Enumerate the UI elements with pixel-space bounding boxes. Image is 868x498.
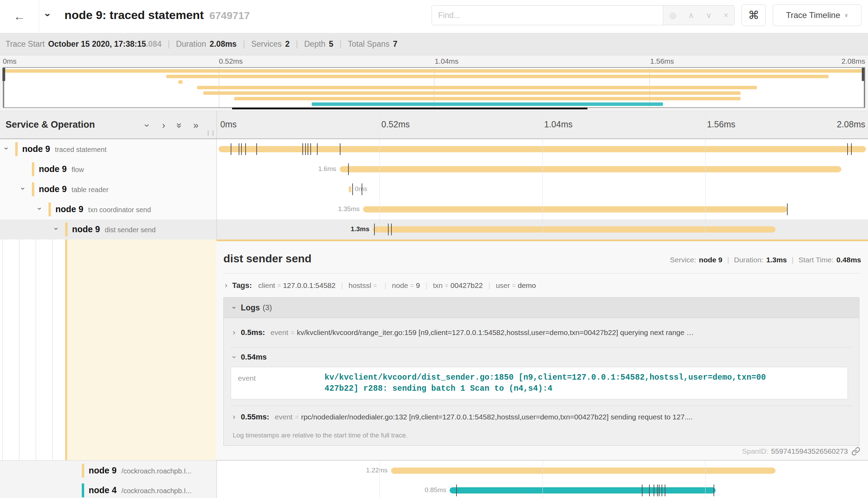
span-bar[interactable] [219, 146, 866, 152]
clear-search-icon[interactable]: × [724, 11, 728, 20]
log-marker-tick[interactable] [340, 143, 340, 155]
log-marker-tick[interactable] [239, 143, 239, 155]
trace-name: node 9: traced statement [64, 8, 204, 21]
axis-tick: 1.04ms [544, 119, 573, 129]
find-input[interactable] [432, 6, 663, 25]
view-selector-button[interactable]: Trace Timeline ∨ [773, 4, 861, 26]
log-marker-tick[interactable] [659, 485, 659, 496]
span-timeline-cell[interactable]: 0ms [216, 179, 868, 199]
equals: = [295, 414, 299, 421]
log-marker-tick[interactable] [317, 143, 318, 155]
span-name-cell[interactable]: node 4/cockroach.roachpb.I... [0, 480, 216, 498]
span-name-cell[interactable]: node 9flow [0, 159, 216, 179]
service-name: node 4 [89, 485, 117, 495]
minimap-span-bar [178, 80, 183, 84]
tags-toggle-row[interactable]: › Tags: client=127.0.0.1:54582 | hostssl… [225, 279, 536, 292]
span-bar[interactable] [340, 166, 841, 172]
span-timeline-cell[interactable] [216, 139, 868, 159]
viewport-left-scrubber[interactable] [3, 68, 4, 107]
log-marker-tick[interactable] [665, 485, 665, 496]
keyboard-shortcuts-button[interactable]: ⌘ [742, 4, 766, 26]
span-name-cell[interactable]: › node 9table reader [0, 179, 216, 199]
log-marker-tick[interactable] [352, 183, 353, 195]
log-marker-tick[interactable] [787, 203, 788, 215]
prev-result-icon[interactable]: ∧ [688, 11, 694, 20]
collapse-trace-header-icon[interactable]: › [42, 13, 54, 17]
expand-one-icon[interactable]: › [162, 120, 165, 131]
span-color-bar [82, 464, 84, 478]
collapse-children-icon[interactable]: › [18, 187, 27, 190]
span-bar[interactable] [349, 186, 352, 192]
span-color-bar [32, 182, 34, 196]
collapse-children-icon[interactable]: › [35, 207, 44, 210]
next-result-icon[interactable]: ∨ [706, 11, 712, 20]
span-bar[interactable] [450, 487, 715, 494]
span-timeline-cell[interactable]: 1.22ms [216, 461, 868, 481]
log-marker-tick[interactable] [374, 224, 375, 235]
scrubber-handle[interactable] [862, 68, 865, 81]
log-marker-tick[interactable] [310, 143, 311, 155]
log-marker-tick[interactable] [241, 143, 242, 155]
log-marker-tick[interactable] [362, 183, 362, 195]
span-bar[interactable] [373, 226, 775, 233]
log-marker-tick[interactable] [662, 485, 662, 496]
axis-tick: 2.08ms [837, 119, 865, 129]
log-marker-tick[interactable] [256, 143, 257, 155]
log-marker-tick[interactable] [308, 143, 308, 155]
service-name: node 9 [55, 204, 83, 214]
collapse-all-icon[interactable]: » [174, 123, 185, 128]
locate-icon[interactable]: ◎ [669, 11, 676, 20]
total-spans-value: 7 [393, 39, 398, 49]
log-entry-expanded-header[interactable]: › 0.54ms [230, 347, 853, 367]
log-timestamp: 0.54ms [241, 353, 267, 362]
logs-body: › 0.5ms: event = kv/kvclient/kvcoord/ran… [224, 318, 859, 445]
back-button[interactable]: ← [0, 0, 39, 33]
log-marker-tick[interactable] [847, 143, 848, 155]
log-marker-tick[interactable] [245, 143, 246, 155]
log-marker-tick[interactable] [302, 143, 303, 155]
span-bar[interactable] [363, 206, 787, 212]
timeline-scroll-indicator[interactable] [232, 108, 587, 109]
span-name-cell[interactable]: › node 9traced statement [0, 139, 216, 159]
log-marker-tick[interactable] [391, 224, 392, 235]
total-spans-label: Total Spans [348, 39, 389, 49]
log-marker-tick[interactable] [456, 485, 457, 496]
log-marker-tick[interactable] [642, 485, 643, 496]
service-name: node 9 [72, 224, 100, 234]
span-timeline-cell[interactable]: 1.6ms [216, 159, 868, 179]
span-timeline-cell[interactable]: 1.35ms [216, 199, 868, 219]
expand-all-icon[interactable]: » [193, 120, 198, 131]
log-marker-tick[interactable] [714, 485, 714, 496]
log-entry[interactable]: › 0.5ms: event = kv/kvclient/kvcoord/ran… [230, 318, 853, 347]
log-value: rpc/nodedialer/nodedialer.go:132 [n9,cli… [301, 413, 693, 421]
span-timeline-cell[interactable]: 0.85ms [216, 480, 868, 498]
log-marker-tick[interactable] [654, 485, 654, 496]
logs-header[interactable]: › Logs (3) [224, 298, 859, 318]
span-bar[interactable] [391, 468, 776, 474]
collapse-one-icon[interactable]: › [142, 124, 152, 127]
log-key: event [271, 328, 288, 337]
span-name-cell[interactable]: node 9/cockroach.roachpb.I... [0, 461, 216, 481]
deep-link-icon[interactable] [851, 447, 860, 456]
log-marker-tick[interactable] [305, 143, 306, 155]
log-marker-tick[interactable] [657, 485, 658, 496]
log-marker-tick[interactable] [388, 224, 389, 235]
log-marker-tick[interactable] [649, 485, 650, 496]
collapse-children-icon[interactable]: › [52, 227, 61, 230]
viewport-right-scrubber[interactable] [864, 68, 865, 107]
span-name-cell[interactable]: › node 9txn coordinator send [0, 199, 216, 219]
log-marker-tick[interactable] [851, 143, 852, 155]
log-marker-tick[interactable] [231, 143, 231, 155]
tag-value: 00427b22 [450, 281, 482, 290]
collapse-children-icon[interactable]: › [2, 147, 11, 150]
operation-name: dist sender send [105, 226, 156, 234]
tag-key: node [392, 281, 408, 290]
column-resize-grip[interactable] [208, 130, 213, 136]
log-entry[interactable]: › 0.55ms: event = rpc/nodedialer/nodedia… [230, 406, 853, 428]
log-marker-tick[interactable] [348, 163, 349, 175]
span-name-cell[interactable]: › node 9dist sender send [0, 219, 216, 239]
collapse-icon: › [230, 356, 239, 358]
scrubber-handle[interactable] [2, 68, 5, 81]
minimap-canvas[interactable] [3, 67, 865, 108]
span-timeline-cell[interactable]: 1.3ms [216, 219, 868, 239]
